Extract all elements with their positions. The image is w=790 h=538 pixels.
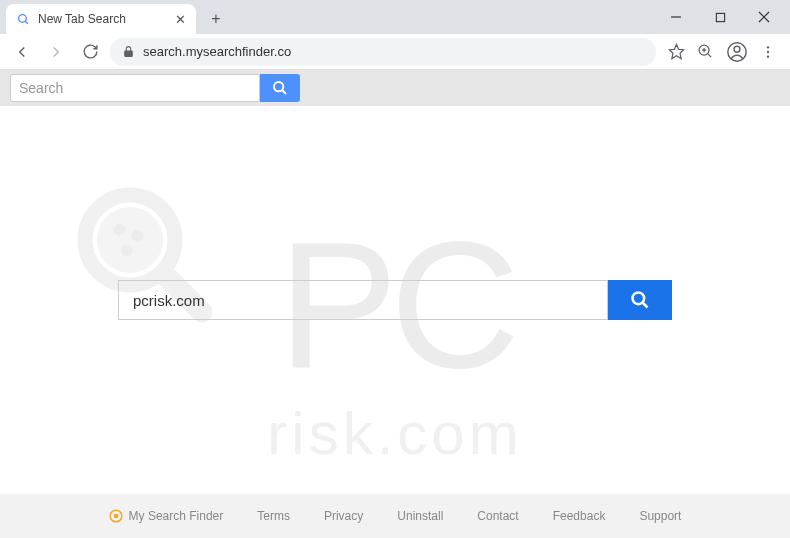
top-search-input[interactable]: Search <box>10 74 260 102</box>
profile-icon[interactable] <box>726 41 748 63</box>
lock-icon <box>122 45 135 58</box>
watermark-sub: risk.com <box>267 399 522 468</box>
footer-link-support[interactable]: Support <box>639 509 681 523</box>
footer-link-feedback[interactable]: Feedback <box>553 509 606 523</box>
svg-point-20 <box>114 224 126 236</box>
brand-icon <box>109 509 123 523</box>
main-search-button[interactable] <box>608 280 672 320</box>
footer-link-privacy[interactable]: Privacy <box>324 509 363 523</box>
close-tab-icon[interactable]: ✕ <box>175 12 186 27</box>
address-bar[interactable]: search.mysearchfinder.co <box>110 38 656 66</box>
maximize-button[interactable] <box>708 5 732 29</box>
svg-point-14 <box>767 50 769 52</box>
svg-line-17 <box>282 90 286 94</box>
footer-link-terms[interactable]: Terms <box>257 509 290 523</box>
footer-brand[interactable]: My Search Finder <box>109 509 224 523</box>
window-controls <box>650 0 790 34</box>
svg-point-24 <box>633 293 645 305</box>
main-search-value: pcrisk.com <box>133 292 205 309</box>
svg-point-19 <box>97 207 163 273</box>
svg-point-27 <box>113 514 118 519</box>
search-icon <box>272 80 288 96</box>
page-content: Search PC risk.com pcrisk.com My Search <box>0 70 790 538</box>
reload-button[interactable] <box>76 38 104 66</box>
footer-brand-label: My Search Finder <box>129 509 224 523</box>
search-favicon-icon <box>16 12 30 26</box>
browser-tab[interactable]: New Tab Search ✕ <box>6 4 196 34</box>
minimize-button[interactable] <box>664 5 688 29</box>
top-search-button[interactable] <box>260 74 300 102</box>
svg-line-1 <box>25 21 28 24</box>
footer-link-contact[interactable]: Contact <box>477 509 518 523</box>
svg-point-22 <box>121 245 133 257</box>
main-search-input[interactable]: pcrisk.com <box>118 280 608 320</box>
close-window-button[interactable] <box>752 5 776 29</box>
url-text: search.mysearchfinder.co <box>143 44 291 59</box>
svg-point-16 <box>274 82 283 91</box>
svg-rect-3 <box>716 13 724 21</box>
top-search-placeholder: Search <box>19 80 63 96</box>
browser-toolbar: search.mysearchfinder.co <box>0 34 790 70</box>
svg-line-8 <box>708 54 712 58</box>
top-search-bar: Search <box>0 70 790 106</box>
menu-icon[interactable] <box>760 44 776 60</box>
star-icon[interactable] <box>668 43 685 60</box>
tab-bar: New Tab Search ✕ + <box>0 0 790 34</box>
forward-button[interactable] <box>42 38 70 66</box>
footer-link-uninstall[interactable]: Uninstall <box>397 509 443 523</box>
new-tab-button[interactable]: + <box>202 5 230 33</box>
zoom-icon[interactable] <box>697 43 714 60</box>
svg-point-12 <box>734 46 740 52</box>
svg-point-18 <box>85 195 175 285</box>
svg-point-21 <box>132 230 144 242</box>
tab-title: New Tab Search <box>38 12 167 26</box>
svg-line-25 <box>643 303 648 308</box>
svg-point-13 <box>767 46 769 48</box>
page-footer: My Search Finder Terms Privacy Uninstall… <box>0 494 790 538</box>
svg-point-15 <box>767 55 769 57</box>
svg-marker-6 <box>669 44 683 58</box>
main-search: pcrisk.com <box>118 280 672 320</box>
search-icon <box>630 290 650 310</box>
svg-point-0 <box>18 14 26 22</box>
back-button[interactable] <box>8 38 36 66</box>
